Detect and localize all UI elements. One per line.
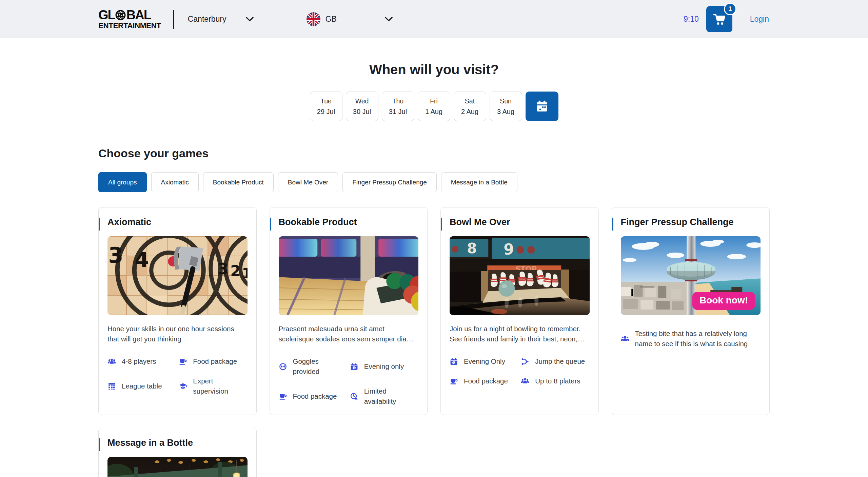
feature-label: 4-8 players: [122, 356, 156, 366]
feature-label: Food package: [293, 391, 337, 401]
calendar-clock-icon: [450, 357, 458, 366]
date-button-tue-29-jul[interactable]: Tue 29 Jul: [310, 92, 342, 121]
feature-label: Evening only: [364, 361, 404, 372]
svg-text:9: 9: [504, 241, 514, 258]
filter-bookable-product[interactable]: Bookable Product: [203, 172, 274, 192]
location-value: Canterbury: [188, 15, 226, 24]
date-value: 2 Aug: [461, 108, 478, 116]
feature-label: Testing bite that has a relatively long …: [635, 329, 761, 349]
graduation-cap-icon: [179, 382, 187, 391]
card-accent-bar: [270, 218, 271, 231]
filter-axiomatic[interactable]: Axiomatic: [151, 172, 199, 192]
card-description: Praesent malesuada urna sit amet sceleri…: [279, 324, 419, 344]
feature-expert-supervision: Expert supervision: [179, 376, 247, 396]
card-title: Message in a Bottle: [107, 438, 248, 448]
date-value: 29 Jul: [317, 108, 335, 116]
feature-food-package: Food package: [179, 356, 247, 366]
card-title: Finger Pressup Challenge: [621, 217, 761, 227]
goggles-icon: [279, 362, 287, 371]
card-accent-bar: [99, 218, 100, 231]
filter-all-groups[interactable]: All groups: [98, 172, 147, 192]
date-button-sat-2-aug[interactable]: Sat 2 Aug: [454, 92, 486, 121]
card-photo-bowling-lanes: [279, 236, 419, 315]
feature-goggles-provided: Goggles provided: [279, 356, 347, 377]
top-navigation-bar: GL BAL ENTERTAINMENT Canterbury GB 9:10 …: [0, 0, 868, 38]
svg-text:4: 4: [135, 248, 149, 272]
food-package-icon: [450, 377, 458, 385]
svg-text:8: 8: [467, 240, 477, 257]
league-table-icon: [107, 382, 116, 391]
card-description: Hone your skills in our one hour session…: [107, 324, 248, 344]
game-card-message-in-a-bottle[interactable]: Message in a Bottle: [98, 428, 257, 477]
filter-message-in-a-bottle[interactable]: Message in a Bottle: [441, 172, 517, 192]
location-dropdown[interactable]: Canterbury: [188, 15, 254, 24]
feature-food-package: Food package: [450, 376, 518, 386]
feature-label: Food package: [193, 356, 237, 366]
filter-finger-pressup-challenge[interactable]: Finger Pressup Challenge: [342, 172, 437, 192]
main-content: Choose your games All groups Axiomatic B…: [0, 147, 868, 477]
calendar-clock-icon: [350, 362, 358, 371]
feature-label: Goggles provided: [293, 356, 347, 377]
date-button-fri-1-aug[interactable]: Fri 1 Aug: [418, 92, 450, 121]
players-icon: [107, 357, 116, 366]
feature-label: Limited availability: [364, 386, 418, 406]
card-title: Axiomatic: [107, 217, 248, 227]
calendar-icon: [535, 100, 549, 113]
login-link[interactable]: Login: [750, 15, 769, 24]
game-card-finger-pressup-challenge[interactable]: Finger Pressup Challenge: [612, 207, 770, 415]
card-photo-bar-interior: [107, 457, 248, 477]
feature-jump-the-queue: Jump the queue: [521, 356, 589, 366]
feature-label: Expert supervision: [193, 376, 247, 396]
logo-line1: GL BAL: [98, 8, 161, 21]
book-now-badge[interactable]: Book now!: [692, 292, 755, 310]
feature-up-to-8-platers: Up to 8 platers: [521, 376, 589, 386]
feature-label: Jump the queue: [535, 356, 585, 366]
feature-long-name: Testing bite that has a relatively long …: [621, 329, 761, 349]
feature-limited-availability: Limited availability: [350, 386, 418, 406]
svg-text:3: 3: [217, 260, 228, 278]
global-entertainment-logo[interactable]: GL BAL ENTERTAINMENT: [98, 8, 161, 29]
card-photo-bowling-pins: 8 9 STOP: [450, 236, 590, 315]
feature-label: League table: [122, 381, 162, 391]
limited-availability-icon: [350, 392, 358, 401]
chevron-down-icon: [385, 17, 393, 21]
date-value: 30 Jul: [353, 108, 371, 116]
card-feature-list: Evening Only Jump the queue Food package…: [450, 356, 590, 386]
date-value: 31 Jul: [389, 108, 407, 116]
cart-button[interactable]: 1: [706, 6, 732, 32]
card-feature-list: Goggles provided Evening only Food packa…: [279, 356, 419, 406]
game-card-bookable-product[interactable]: Bookable Product: [270, 207, 428, 415]
date-day: Fri: [430, 97, 438, 105]
game-cards-grid: Axiomatic: [98, 207, 770, 477]
game-card-bowl-me-over[interactable]: Bowl Me Over: [440, 207, 599, 415]
svg-text:3: 3: [108, 243, 123, 268]
feature-label: Food package: [464, 376, 508, 386]
filter-bowl-me-over[interactable]: Bowl Me Over: [278, 172, 338, 192]
open-calendar-button[interactable]: [526, 92, 558, 121]
date-day: Thu: [392, 97, 404, 105]
svg-text:1: 1: [242, 265, 247, 282]
logo-line2: ENTERTAINMENT: [98, 22, 161, 29]
feature-food-package: Food package: [279, 386, 347, 406]
card-accent-bar: [612, 218, 613, 231]
date-button-sun-3-aug[interactable]: Sun 3 Aug: [490, 92, 522, 121]
card-photo-i360-tower: Book now!: [621, 236, 761, 315]
country-dropdown[interactable]: GB: [307, 12, 393, 26]
cart-count-badge: 1: [724, 3, 736, 15]
food-package-icon: [279, 392, 287, 401]
date-day: Wed: [355, 97, 369, 105]
food-package-icon: [179, 357, 187, 366]
date-button-wed-30-jul[interactable]: Wed 30 Jul: [346, 92, 378, 121]
game-filter-row: All groups Axiomatic Bookable Product Bo…: [98, 172, 770, 192]
logo-text-bal: BAL: [126, 8, 151, 21]
date-day: Sun: [500, 97, 512, 105]
date-picker-row: Tue 29 Jul Wed 30 Jul Thu 31 Jul Fri 1 A…: [0, 92, 868, 121]
date-button-thu-31-jul[interactable]: Thu 31 Jul: [382, 92, 414, 121]
globe-icon: [115, 9, 126, 21]
game-card-axiomatic[interactable]: Axiomatic: [98, 207, 257, 415]
date-day: Tue: [320, 97, 332, 105]
players-icon: [521, 377, 529, 385]
card-accent-bar: [99, 438, 100, 451]
session-timer: 9:10: [684, 15, 699, 24]
card-description: Join us for a night of bowling to rememb…: [450, 324, 590, 344]
